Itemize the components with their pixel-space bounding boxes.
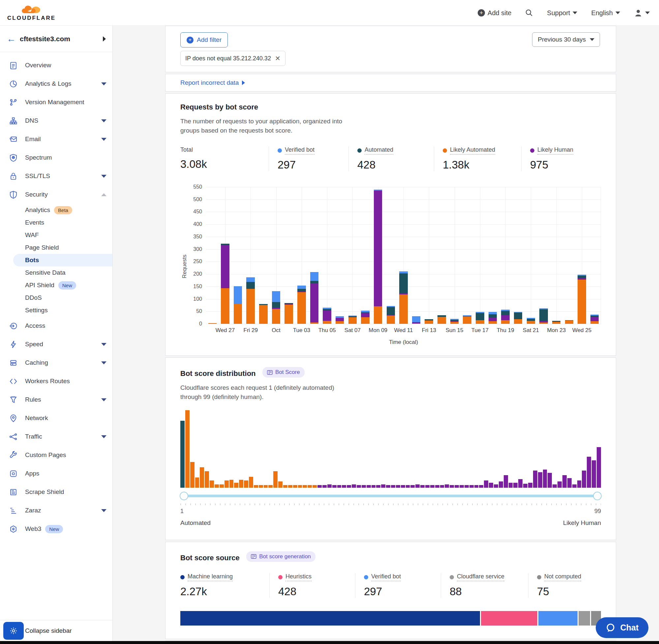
bot-score-badge[interactable]: Bot Score	[262, 367, 305, 377]
back-arrow-icon[interactable]: ←	[6, 33, 20, 44]
bar-segment-likely-human	[501, 315, 510, 320]
chevron-down-icon[interactable]	[101, 138, 107, 141]
account-menu[interactable]	[634, 8, 650, 17]
sidebar-item-zaraz[interactable]: Zaraz	[0, 501, 112, 520]
y-axis-ticks: 050100150200250300350400450500550	[189, 187, 206, 324]
add-filter-button[interactable]: + Add filter	[180, 32, 228, 47]
sidebar-subitem-ddos[interactable]: DDoS	[0, 292, 112, 304]
histogram-bar	[381, 484, 385, 487]
chevron-down-icon[interactable]	[101, 83, 107, 86]
sidebar-item-web3[interactable]: Web3New	[0, 520, 112, 538]
stat-label[interactable]: Likely Automated	[443, 146, 495, 155]
web3-icon	[9, 525, 18, 533]
sidebar-subitem-settings[interactable]: Settings	[0, 304, 112, 317]
stat-label[interactable]: Machine learning	[180, 573, 233, 581]
chevron-down-icon[interactable]	[101, 435, 107, 438]
bar-slot	[461, 187, 474, 324]
dns-tree-icon	[9, 116, 18, 125]
slider-track[interactable]	[180, 495, 601, 497]
x-tick-label: Sat 07	[345, 327, 361, 334]
chevron-down-icon[interactable]	[101, 362, 107, 364]
histogram-bar	[465, 485, 469, 487]
sidebar-item-version-management[interactable]: Version Management	[0, 93, 112, 112]
sidebar-item-speed[interactable]: Speed	[0, 335, 112, 353]
histogram-bar	[445, 484, 449, 487]
stat-label[interactable]: Cloudflare service	[450, 573, 504, 581]
settings-gear-button[interactable]	[3, 622, 24, 640]
requests-chart: Requests 0501001502002503003504004505005…	[180, 187, 601, 346]
sidebar-item-caching[interactable]: Caching	[0, 353, 112, 372]
bot-score-generation-badge[interactable]: Bot score generation	[246, 551, 315, 562]
bar-segment-likely-automated	[578, 280, 586, 324]
chevron-down-icon[interactable]	[101, 175, 107, 178]
sidebar-item-traffic[interactable]: Traffic	[0, 427, 112, 446]
site-expand-icon[interactable]	[103, 36, 106, 42]
sidebar-subitem-waf[interactable]: WAF	[0, 229, 112, 242]
sidebar-item-rules[interactable]: Rules	[0, 390, 112, 409]
sidebar-subitem-sensitive-data[interactable]: Sensitive Data	[0, 267, 112, 279]
bar-segment-automated	[501, 311, 510, 315]
histogram-bar	[558, 481, 562, 488]
sidebar-item-access[interactable]: Access	[0, 317, 112, 335]
stat-label[interactable]: Verified bot	[364, 573, 401, 581]
sidebar-subitem-page-shield[interactable]: Page Shield	[0, 242, 112, 254]
stacked-bar	[387, 306, 395, 324]
histogram-bar	[367, 485, 371, 487]
collapse-sidebar-button[interactable]: Collapse sidebar	[25, 627, 72, 635]
time-range-dropdown[interactable]: Previous 30 days	[532, 32, 600, 47]
histogram-bar	[410, 485, 415, 487]
stat-label[interactable]: Automated	[357, 146, 393, 155]
sidebar-item-dns[interactable]: DNS	[0, 112, 112, 130]
sidebar-item-custom-pages[interactable]: Custom Pages	[0, 446, 112, 464]
chevron-up-icon[interactable]	[101, 193, 107, 196]
sidebar-subitem-label: Bots	[25, 256, 39, 264]
slider-handle-max[interactable]	[593, 492, 602, 500]
sidebar-subitem-bots[interactable]: Bots	[13, 254, 112, 267]
histogram-bar	[582, 470, 586, 488]
histogram-bar	[268, 485, 273, 487]
stat-label[interactable]: Likely Human	[530, 146, 573, 155]
chat-button[interactable]: Chat	[596, 617, 649, 638]
support-menu[interactable]: Support	[547, 9, 577, 17]
chevron-down-icon[interactable]	[101, 119, 107, 122]
language-menu[interactable]: English	[591, 9, 620, 17]
report-incorrect-data-link[interactable]: Report incorrect data	[180, 79, 245, 86]
stat-label[interactable]: Heuristics	[278, 573, 311, 581]
add-site-button[interactable]: + Add site	[478, 9, 511, 17]
stacked-bar	[234, 286, 242, 324]
chevron-down-icon[interactable]	[101, 343, 107, 346]
slider-handle-min[interactable]	[180, 492, 188, 500]
bar-segment-likely-automated	[234, 304, 242, 324]
sidebar-item-network[interactable]: Network	[0, 409, 112, 427]
sidebar-item-scrape-shield[interactable]: Scrape Shield	[0, 483, 112, 501]
chevron-down-icon	[615, 12, 620, 14]
histogram-bar	[362, 485, 366, 487]
bar-segment-likely-automated	[272, 309, 281, 324]
sidebar-subitem-api-shield[interactable]: API ShieldNew	[0, 279, 112, 292]
histogram-bar	[435, 485, 440, 487]
histogram-bar	[259, 485, 263, 487]
sidebar-item-apps[interactable]: Apps	[0, 464, 112, 483]
sidebar-item-ssl-tls[interactable]: SSL/TLS	[0, 167, 112, 185]
search-button[interactable]	[525, 9, 533, 17]
sidebar-item-overview[interactable]: Overview	[0, 56, 112, 74]
sidebar-subitem-events[interactable]: Events	[0, 216, 112, 229]
sidebar-item-security[interactable]: Security	[0, 185, 112, 204]
sidebar-item-workers-routes[interactable]: Workers Routes	[0, 372, 112, 390]
sidebar-subitem-analytics[interactable]: AnalyticsBeta	[0, 204, 112, 216]
bar-slot	[448, 187, 461, 324]
user-icon	[634, 8, 642, 17]
remove-filter-icon[interactable]: ✕	[275, 54, 281, 62]
histogram-bar	[298, 485, 302, 487]
sidebar-item-analytics-logs[interactable]: Analytics & Logs	[0, 74, 112, 93]
stat-not-computed: Not computed 75	[528, 573, 588, 598]
stat-label[interactable]: Verified bot	[278, 146, 314, 155]
chevron-down-icon[interactable]	[101, 509, 107, 512]
chevron-down-icon[interactable]	[101, 398, 107, 401]
filter-chip[interactable]: IP does not equal 35.212.240.32 ✕	[180, 51, 285, 66]
sidebar-item-spectrum[interactable]: Spectrum	[0, 148, 112, 167]
bar-segment-likely-automated	[501, 320, 510, 324]
sidebar-item-email[interactable]: Email	[0, 130, 112, 148]
stat-label[interactable]: Total	[180, 146, 193, 154]
stat-label[interactable]: Not computed	[537, 573, 581, 581]
